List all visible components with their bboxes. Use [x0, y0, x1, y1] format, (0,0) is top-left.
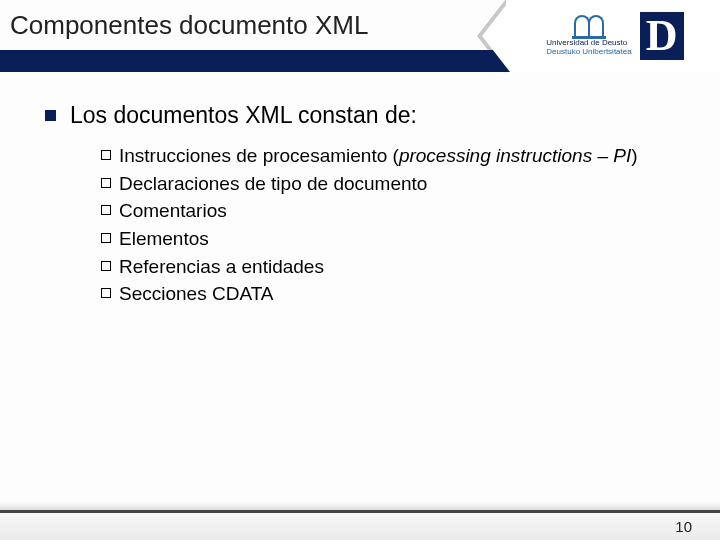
item-text: Declaraciones de tipo de documento — [119, 171, 427, 197]
logo-line2: Deustuko Unibertsitatea — [546, 48, 631, 57]
slide-content: Los documentos XML constan de: Instrucci… — [0, 72, 720, 307]
bridge-icon — [572, 15, 606, 37]
university-logo: Universidad de Deusto Deustuko Unibertsi… — [510, 0, 720, 72]
list-item: Comentarios — [101, 198, 680, 224]
hollow-square-icon — [101, 233, 111, 243]
logo-left: Universidad de Deusto Deustuko Unibertsi… — [546, 15, 631, 57]
hollow-square-icon — [101, 261, 111, 271]
item-text: Referencias a entidades — [119, 254, 324, 280]
slide-footer: 10 — [0, 510, 720, 540]
item-text: Secciones CDATA — [119, 281, 274, 307]
main-text: Los documentos XML constan de: — [70, 102, 417, 129]
slide-header: Componentes documento XML Universidad de… — [0, 0, 720, 72]
item-text: Comentarios — [119, 198, 227, 224]
hollow-square-icon — [101, 288, 111, 298]
item-text: Instrucciones de procesamiento (processi… — [119, 143, 638, 169]
slide-title: Componentes documento XML — [0, 10, 368, 41]
list-item: Secciones CDATA — [101, 281, 680, 307]
sub-list: Instrucciones de procesamiento (processi… — [45, 143, 680, 307]
item-text: Elementos — [119, 226, 209, 252]
filled-square-icon — [45, 110, 56, 121]
list-item: Referencias a entidades — [101, 254, 680, 280]
list-item: Elementos — [101, 226, 680, 252]
logo-letter: D — [640, 12, 684, 60]
footer-shadow — [0, 502, 720, 510]
page-number: 10 — [675, 518, 692, 535]
hollow-square-icon — [101, 178, 111, 188]
list-item: Declaraciones de tipo de documento — [101, 171, 680, 197]
logo-text: Universidad de Deusto Deustuko Unibertsi… — [546, 39, 631, 57]
list-item: Instrucciones de procesamiento (processi… — [101, 143, 680, 169]
hollow-square-icon — [101, 205, 111, 215]
main-bullet: Los documentos XML constan de: — [45, 102, 680, 129]
hollow-square-icon — [101, 150, 111, 160]
